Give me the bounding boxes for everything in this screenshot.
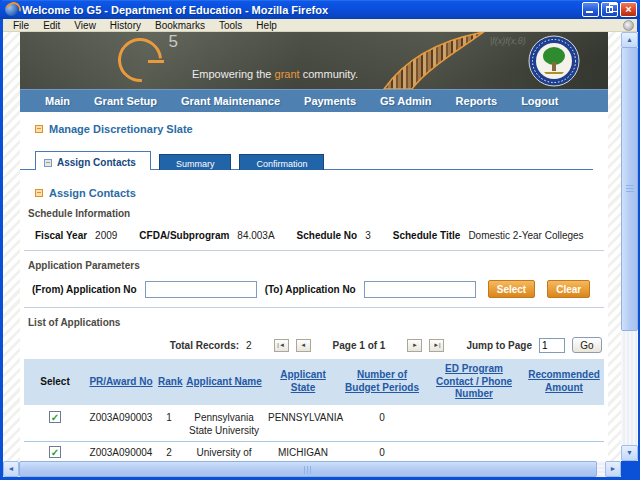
cfda-value: 84.003A (237, 230, 274, 241)
page-content: 5 Empowering the grant community. |f(x (20, 32, 608, 461)
next-page-button[interactable]: ► (407, 339, 422, 352)
menu-edit[interactable]: Edit (37, 20, 66, 31)
applications-table: Select PR/Award No Rank Applicant Name A… (24, 359, 604, 461)
menu-bookmarks[interactable]: Bookmarks (149, 20, 211, 31)
scroll-right-icon: ► (610, 465, 617, 472)
applicant-name-cell: Pennsylvania State University (182, 407, 266, 442)
menu-help[interactable]: Help (250, 20, 283, 31)
fiscal-year-label: Fiscal Year (35, 230, 87, 241)
minimize-button[interactable] (582, 2, 599, 17)
nav-grant-setup[interactable]: Grant Setup (94, 95, 157, 107)
browser-window: Welcome to G5 - Department of Education … (0, 0, 640, 480)
column-rank[interactable]: Rank (156, 359, 182, 405)
menu-view[interactable]: View (68, 20, 102, 31)
recommended-amount-cell (524, 407, 604, 442)
thumb-grip (626, 185, 634, 193)
jump-to-page-label: Jump to Page (466, 340, 532, 351)
tab-form-icon (44, 159, 52, 167)
list-of-applications-heading: List of Applications (28, 317, 608, 328)
select-button[interactable]: Select (488, 280, 535, 298)
from-application-no-input[interactable] (145, 281, 257, 298)
application-parameters-form: (From) Application No (To) Application N… (32, 280, 608, 298)
scroll-down-icon: ▼ (626, 449, 633, 456)
restore-button[interactable] (601, 2, 618, 17)
scroll-left-button[interactable]: ◄ (3, 461, 19, 477)
ed-contact-cell (424, 407, 524, 442)
column-pr-award-no[interactable]: PR/Award No (86, 359, 156, 405)
menu-tools[interactable]: Tools (213, 20, 248, 31)
column-applicant-state[interactable]: Applicant State (266, 359, 340, 405)
application-parameters-heading: Application Parameters (28, 260, 608, 271)
budget-periods-cell: 0 (340, 407, 424, 442)
banner-tagline: Empowering the grant community. (192, 68, 358, 80)
column-ed-program-contact[interactable]: ED Program Contact / Phone Number (424, 359, 524, 405)
budget-periods-cell: 0 (340, 441, 424, 461)
recommended-amount-cell (524, 441, 604, 461)
scroll-down-button[interactable]: ▼ (621, 445, 638, 461)
row-select-checkbox[interactable]: ✓ (49, 446, 61, 458)
scroll-up-button[interactable]: ▲ (621, 32, 638, 48)
horizontal-scrollbar[interactable]: ◄ ► (3, 461, 621, 477)
activity-indicator-icon (623, 20, 634, 31)
menu-file[interactable]: File (7, 20, 35, 31)
last-page-button[interactable]: ►| (429, 339, 444, 352)
section-divider (24, 307, 604, 308)
vertical-scrollbar[interactable]: ▲ ▼ (621, 32, 638, 461)
tab-confirmation[interactable]: Confirmation (239, 154, 324, 170)
department-of-education-seal-icon (528, 35, 580, 87)
schedule-information-heading: Schedule Information (28, 208, 608, 219)
scroll-left-icon: ◄ (8, 465, 15, 472)
nav-payments[interactable]: Payments (304, 95, 356, 107)
schedule-fields: Fiscal Year 2009 CFDA/Subprogram 84.003A… (35, 230, 608, 241)
section-divider (24, 250, 604, 251)
restore-icon (606, 6, 613, 13)
previous-page-button[interactable]: ◄ (296, 339, 311, 352)
first-page-button[interactable]: |◄ (274, 339, 289, 352)
cfda-label: CFDA/Subprogram (139, 230, 229, 241)
tab-summary[interactable]: Summary (159, 154, 232, 170)
go-button[interactable]: Go (572, 337, 602, 353)
close-icon: × (621, 3, 636, 16)
total-records-value: 2 (246, 340, 252, 351)
close-button[interactable]: × (620, 2, 637, 17)
window-title: Welcome to G5 - Department of Education … (22, 4, 582, 16)
pr-award-no-cell: Z003A090003 (86, 407, 156, 442)
nav-logout[interactable]: Logout (521, 95, 558, 107)
nav-g5-admin[interactable]: G5 Admin (380, 95, 432, 107)
clear-button[interactable]: Clear (547, 280, 590, 298)
page-viewport: 5 Empowering the grant community. |f(x (3, 32, 621, 461)
row-select-checkbox[interactable]: ✓ (49, 411, 61, 423)
minimize-icon (586, 11, 593, 13)
g5-logo-icon: 5 (118, 38, 162, 82)
menu-history[interactable]: History (104, 20, 147, 31)
column-applicant-name[interactable]: Applicant Name (182, 359, 266, 405)
page-indicator: Page 1 of 1 (333, 340, 386, 351)
bullet-square-icon (35, 189, 43, 197)
applicant-state-cell: PENNSYLVANIA (266, 407, 340, 442)
banner-formula-text: |f(x)f(x,θ) (490, 36, 526, 46)
title-bar[interactable]: Welcome to G5 - Department of Education … (0, 0, 640, 19)
main-navigation: Main Grant Setup Grant Maintenance Payme… (20, 89, 608, 112)
scroll-right-button[interactable]: ► (605, 461, 621, 477)
tab-strip: Assign Contacts Summary Confirmation (35, 151, 608, 170)
jump-to-page-input[interactable] (539, 338, 565, 353)
applicant-state-cell: MICHIGAN (266, 441, 340, 461)
column-budget-periods[interactable]: Number of Budget Periods (340, 359, 424, 405)
nav-reports[interactable]: Reports (456, 95, 498, 107)
nav-main[interactable]: Main (45, 95, 70, 107)
from-application-no-label: (From) Application No (32, 284, 137, 295)
ed-contact-cell (424, 441, 524, 461)
horizontal-scrollbar-thumb[interactable] (19, 461, 597, 477)
nav-grant-maintenance[interactable]: Grant Maintenance (181, 95, 280, 107)
to-application-no-label: (To) Application No (265, 284, 356, 295)
g5-banner: 5 Empowering the grant community. |f(x (20, 32, 608, 89)
scroll-up-icon: ▲ (626, 36, 633, 43)
tab-assign-contacts[interactable]: Assign Contacts (35, 151, 151, 170)
vertical-scrollbar-thumb[interactable] (621, 47, 638, 331)
table-header-row: Select PR/Award No Rank Applicant Name A… (24, 359, 604, 405)
bookshelf-crescent-image (378, 32, 486, 89)
column-recommended-amount[interactable]: Recommended Amount (524, 359, 604, 405)
to-application-no-input[interactable] (364, 281, 476, 298)
table-row: ✓ Z003A090004 2 University of Michigan M… (24, 441, 604, 461)
schedule-no-label: Schedule No (297, 230, 358, 241)
